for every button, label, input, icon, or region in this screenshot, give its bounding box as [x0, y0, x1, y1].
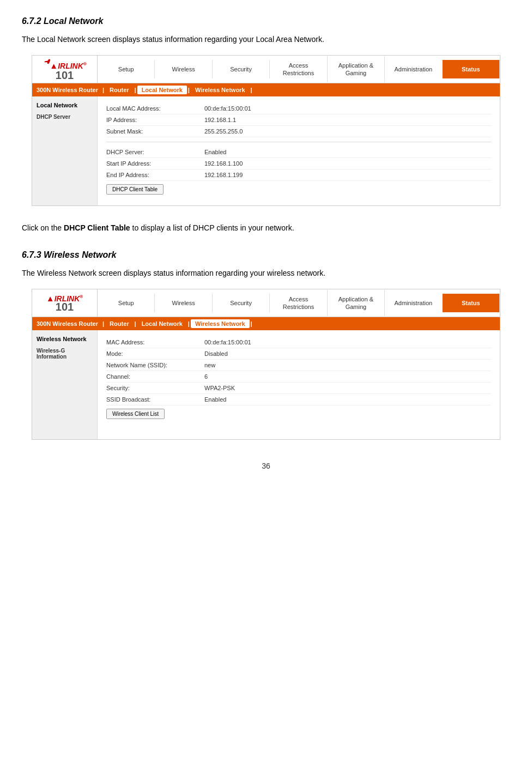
divider-local: [106, 142, 491, 142]
breadcrumb-localnet[interactable]: Local Network: [137, 86, 187, 94]
label-start-ip: Start IP Address:: [106, 160, 204, 167]
row-mac-wireless: MAC Address: 00:de:fa:15:00:01: [106, 337, 491, 348]
value-mode: Disabled: [204, 350, 228, 357]
router-content-wireless: Wireless Network Wireless-G Information …: [32, 330, 500, 439]
row-start-ip: Start IP Address: 192.168.1.100: [106, 158, 491, 169]
value-end-ip: 192.168.1.199: [204, 172, 243, 178]
router-logo-wireless: ▲IRLINK® 101: [32, 289, 98, 317]
orange-bar-local: 300N Wireless Router | Router | Local Ne…: [32, 83, 500, 96]
dhcp-bold: DHCP Client Table: [64, 223, 130, 232]
value-ssid: new: [204, 362, 215, 368]
label-mac-wireless: MAC Address:: [106, 339, 204, 345]
page-number: 36: [22, 462, 510, 470]
sidebar-title-wireless: Wireless Network: [37, 336, 93, 342]
router-screenshot-wireless: ▲IRLINK® 101 Setup Wireless Security Acc…: [32, 289, 500, 440]
router-label-local: 300N Wireless Router: [37, 87, 98, 93]
nav-status[interactable]: Status: [443, 60, 500, 78]
value-start-ip: 192.168.1.100: [204, 160, 243, 167]
sidebar-dhcp-label: DHCP Server: [37, 114, 93, 120]
row-ssid: Network Name (SSID): new: [106, 360, 491, 371]
wireless-client-list-button[interactable]: Wireless Client List: [106, 409, 165, 419]
value-mac-wireless: 00:de:fa:15:00:01: [204, 339, 251, 345]
main-wireless: MAC Address: 00:de:fa:15:00:01 Mode: Dis…: [98, 330, 500, 439]
router-content-local: Local Network DHCP Server Local MAC Addr…: [32, 96, 500, 205]
label-mode: Mode:: [106, 350, 204, 357]
label-ssid: Network Name (SSID):: [106, 362, 204, 368]
nav-setup[interactable]: Setup: [98, 60, 155, 78]
nav-wireless[interactable]: Wireless: [155, 60, 212, 78]
breadcrumb-router-local[interactable]: Router: [105, 86, 133, 94]
logo-101-w: 101: [46, 301, 83, 312]
nav-administration-w[interactable]: Administration: [385, 294, 442, 312]
row-ssid-broadcast: SSID Broadcast: Enabled: [106, 394, 491, 405]
row-ip-local: IP Address: 192.168.1.1: [106, 114, 491, 126]
row-end-ip: End IP Address: 192.168.1.199: [106, 169, 491, 181]
sidebar-wireless: Wireless Network Wireless-G Information: [32, 330, 98, 439]
body-text-dhcp: Click on the DHCP Client Table to displa…: [22, 222, 510, 234]
row-dhcp-server: DHCP Server: Enabled: [106, 147, 491, 158]
main-local: Local MAC Address: 00:de:fa:15:00:01 IP …: [98, 96, 500, 205]
section-wireless-network: 6.7.3 Wireless Network The Wireless Netw…: [22, 250, 510, 440]
row-security: Security: WPA2-PSK: [106, 383, 491, 394]
router-label-wireless: 300N Wireless Router: [37, 320, 98, 327]
nav-items-wireless: Setup Wireless Security AccessRestrictio…: [98, 289, 500, 317]
nav-status-w[interactable]: Status: [443, 294, 500, 312]
orange-bar-wireless: 300N Wireless Router | Router | Local Ne…: [32, 317, 500, 330]
dhcp-btn-wrap: DHCP Client Table: [106, 181, 491, 195]
value-channel: 6: [204, 373, 208, 380]
value-dhcp-server: Enabled: [204, 149, 226, 155]
logo-a: 𝀀: [43, 57, 48, 71]
value-subnet-local: 255.255.255.0: [204, 128, 243, 135]
nav-setup-w[interactable]: Setup: [98, 294, 155, 312]
nav-wireless-w[interactable]: Wireless: [155, 294, 212, 312]
section-local-network: 6.7.2 Local Network The Local Network sc…: [22, 16, 510, 234]
section-desc-local: The Local Network screen displays status…: [22, 34, 510, 45]
nav-app-gaming-w[interactable]: Application &Gaming: [328, 290, 385, 317]
nav-security[interactable]: Security: [213, 60, 270, 78]
nav-security-w[interactable]: Security: [213, 294, 270, 312]
section-heading-local: 6.7.2 Local Network: [22, 16, 510, 26]
value-mac-local: 00:de:fa:15:00:01: [204, 105, 251, 112]
router-topnav-local: 𝀀 ▲IRLINK® 101 Setup Wireless Security A…: [32, 56, 500, 83]
logo-101: 101: [43, 70, 87, 81]
router-topnav-wireless: ▲IRLINK® 101 Setup Wireless Security Acc…: [32, 289, 500, 317]
row-channel: Channel: 6: [106, 371, 491, 383]
sidebar-local: Local Network DHCP Server: [32, 96, 98, 205]
breadcrumb-router-wireless[interactable]: Router: [105, 319, 133, 328]
breadcrumb-localnet-w[interactable]: Local Network: [137, 319, 187, 328]
label-channel: Channel:: [106, 373, 204, 380]
router-screenshot-local: 𝀀 ▲IRLINK® 101 Setup Wireless Security A…: [32, 55, 500, 206]
nav-app-gaming[interactable]: Application &Gaming: [328, 56, 385, 83]
sidebar-title-local: Local Network: [37, 102, 93, 108]
nav-access-restrictions[interactable]: AccessRestrictions: [270, 56, 327, 83]
sidebar-wireless-g-label: Wireless-G Information: [37, 348, 93, 360]
breadcrumb-wirelessnet[interactable]: Wireless Network: [191, 319, 250, 328]
label-end-ip: End IP Address:: [106, 172, 204, 178]
wireless-btn-wrap: Wireless Client List: [106, 405, 491, 419]
label-mac-local: Local MAC Address:: [106, 105, 204, 112]
nav-items-local: Setup Wireless Security AccessRestrictio…: [98, 56, 500, 83]
row-mode: Mode: Disabled: [106, 348, 491, 360]
label-ip-local: IP Address:: [106, 117, 204, 123]
value-ssid-broadcast: Enabled: [204, 396, 226, 403]
section-heading-wireless: 6.7.3 Wireless Network: [22, 250, 510, 260]
nav-administration[interactable]: Administration: [385, 60, 442, 78]
value-security: WPA2-PSK: [204, 385, 235, 391]
row-subnet-local: Subnet Mask: 255.255.255.0: [106, 126, 491, 137]
label-security: Security:: [106, 385, 204, 391]
router-logo-local: 𝀀 ▲IRLINK® 101: [32, 56, 98, 83]
dhcp-client-table-button[interactable]: DHCP Client Table: [106, 184, 164, 195]
section-desc-wireless: The Wireless Network screen displays sta…: [22, 268, 510, 279]
row-mac-local: Local MAC Address: 00:de:fa:15:00:01: [106, 103, 491, 114]
label-ssid-broadcast: SSID Broadcast:: [106, 396, 204, 403]
breadcrumb-wirelessnet-local[interactable]: Wireless Network: [191, 86, 250, 94]
nav-access-restrictions-w[interactable]: AccessRestrictions: [270, 290, 327, 317]
label-dhcp-server: DHCP Server:: [106, 149, 204, 155]
label-subnet-local: Subnet Mask:: [106, 128, 204, 135]
value-ip-local: 192.168.1.1: [204, 117, 236, 123]
